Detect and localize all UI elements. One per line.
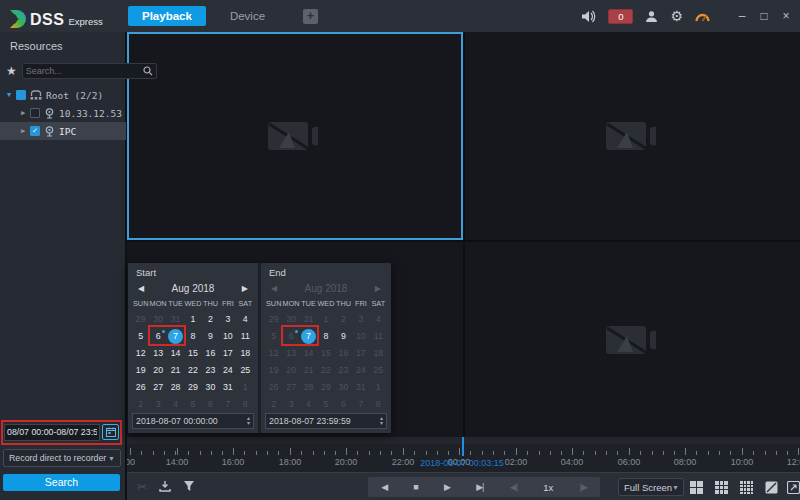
checkbox[interactable]: ✓ <box>30 126 40 136</box>
calendar-day[interactable]: 19 <box>132 362 149 379</box>
clip-scissors-icon[interactable]: ✂ <box>137 480 147 494</box>
calendar-day[interactable]: 31 <box>300 311 317 328</box>
user-icon[interactable] <box>645 10 658 23</box>
play-button[interactable]: ▶ <box>444 482 450 492</box>
layout-9-split-icon[interactable] <box>715 481 728 494</box>
calendar-day[interactable]: 26 <box>265 379 282 396</box>
calendar-day[interactable]: 22 <box>317 362 334 379</box>
maximize-button[interactable]: □ <box>756 9 772 23</box>
calendar-day[interactable]: 31 <box>352 379 369 396</box>
search-input[interactable] <box>26 66 143 76</box>
calendar-day[interactable]: 1 <box>184 311 201 328</box>
calendar-day[interactable]: 8 <box>237 396 254 413</box>
next-frame-button[interactable]: ▶| <box>476 482 483 492</box>
calendar-day[interactable]: 10 <box>219 328 236 345</box>
datetime-spinner[interactable]: ▴▾ <box>247 416 250 426</box>
calendar-day[interactable]: 29 <box>184 379 201 396</box>
calendar-day[interactable]: 6 <box>282 328 299 345</box>
calendar-day[interactable]: 2 <box>202 311 219 328</box>
calendar-day[interactable]: 14 <box>167 345 184 362</box>
calendar-day[interactable]: 10 <box>352 328 369 345</box>
video-panel-4[interactable] <box>465 242 800 437</box>
tab-device[interactable]: Device <box>216 6 279 26</box>
calendar-day[interactable]: 6 <box>335 396 352 413</box>
calendar-day[interactable]: 2 <box>132 396 149 413</box>
calendar-day[interactable]: 5 <box>132 328 149 345</box>
calendar-day[interactable]: 11 <box>237 328 254 345</box>
calendar-day[interactable]: 18 <box>237 345 254 362</box>
calendar-day[interactable]: 3 <box>282 396 299 413</box>
calendar-day[interactable]: 29 <box>317 379 334 396</box>
tree-item-ipc[interactable]: ▶✓IPC <box>0 122 126 140</box>
audio-talk-icon[interactable] <box>581 10 596 23</box>
speed-up-button[interactable]: |▶ <box>580 482 587 492</box>
calendar-day[interactable]: 31 <box>219 379 236 396</box>
calendar-day[interactable]: 16 <box>335 345 352 362</box>
video-panel-1[interactable] <box>127 32 463 240</box>
speed-down-button[interactable]: ◀| <box>510 482 517 492</box>
custom-split-icon[interactable] <box>765 481 778 496</box>
calendar-day[interactable]: 4 <box>300 396 317 413</box>
calendar-day[interactable]: 14 <box>300 345 317 362</box>
play-backward-button[interactable]: ◀ <box>381 482 387 492</box>
calendar-day[interactable]: 4 <box>237 311 254 328</box>
calendar-day[interactable]: 25 <box>237 362 254 379</box>
calendar-day[interactable]: 9 <box>335 328 352 345</box>
tab-playback[interactable]: Playback <box>128 6 206 26</box>
speed-button[interactable]: 1x <box>543 482 553 493</box>
stop-button[interactable]: ■ <box>413 482 417 492</box>
calendar-day[interactable]: 26 <box>132 379 149 396</box>
calendar-day[interactable]: 4 <box>370 311 387 328</box>
calendar-day[interactable]: 27 <box>282 379 299 396</box>
calendar-day[interactable]: 29 <box>265 311 282 328</box>
close-button[interactable]: × <box>778 9 794 23</box>
calendar-day[interactable]: 3 <box>352 311 369 328</box>
timeline[interactable]: 0014:0016:0018:0020:0022:0000:0002:0004:… <box>127 437 800 472</box>
tree-item-root[interactable]: ▼Root (2/2) <box>0 86 126 104</box>
calendar-day[interactable]: 31 <box>167 311 184 328</box>
calendar-day[interactable]: 23 <box>202 362 219 379</box>
next-month-icon[interactable]: ▶ <box>236 284 254 293</box>
date-range-input[interactable] <box>4 424 100 441</box>
alarm-count-badge[interactable]: 0 <box>608 9 633 24</box>
video-panel-2[interactable] <box>465 32 800 240</box>
collapse-arrow-icon[interactable]: ▼ <box>4 91 14 99</box>
calendar-day[interactable]: 30 <box>282 311 299 328</box>
calendar-day[interactable]: 4 <box>167 396 184 413</box>
record-source-dropdown[interactable]: Record direct to recorder ▼ <box>3 449 121 467</box>
search-icon[interactable] <box>143 66 153 76</box>
calendar-picker-button[interactable] <box>102 424 119 440</box>
calendar-day[interactable]: 5 <box>317 396 334 413</box>
expand-arrow-icon[interactable]: ▶ <box>18 127 28 135</box>
calendar-day[interactable]: 6 <box>202 396 219 413</box>
search-button[interactable]: Search <box>3 474 120 491</box>
calendar-day[interactable]: 19 <box>265 362 282 379</box>
tree-item-10331253[interactable]: ▶10.33.12.53 <box>0 104 126 122</box>
calendar-day[interactable]: 7 <box>352 396 369 413</box>
calendar-day[interactable]: 2 <box>265 396 282 413</box>
prev-month-icon[interactable]: ◀ <box>132 284 150 293</box>
calendar-day[interactable]: 17 <box>219 345 236 362</box>
calendar-day[interactable]: 20 <box>282 362 299 379</box>
calendar-day[interactable]: 2 <box>335 311 352 328</box>
calendar-day[interactable]: 7 <box>167 328 184 345</box>
calendar-day[interactable]: 18 <box>370 345 387 362</box>
calendar-day[interactable]: 12 <box>265 345 282 362</box>
layout-4-split-icon[interactable] <box>690 481 703 494</box>
prev-month-icon[interactable]: ◀ <box>265 284 283 293</box>
checkbox[interactable] <box>30 108 40 118</box>
calendar-day[interactable]: 1 <box>317 311 334 328</box>
add-tab-button[interactable]: + <box>303 9 318 24</box>
fullscreen-toggle-icon[interactable] <box>787 481 800 496</box>
calendar-day[interactable]: 11 <box>370 328 387 345</box>
calendar-day[interactable]: 5 <box>184 396 201 413</box>
calendar-day[interactable]: 29 <box>132 311 149 328</box>
calendar-day[interactable]: 28 <box>167 379 184 396</box>
calendar-day[interactable]: 15 <box>184 345 201 362</box>
calendar-day[interactable]: 8 <box>184 328 201 345</box>
calendar-day[interactable]: 7 <box>300 328 317 345</box>
calendar-day[interactable]: 30 <box>149 311 166 328</box>
calendar-day[interactable]: 3 <box>149 396 166 413</box>
datetime-input[interactable]: 2018-08-07 00:00:00 ▴▾ <box>132 413 254 429</box>
download-icon[interactable] <box>159 480 171 494</box>
